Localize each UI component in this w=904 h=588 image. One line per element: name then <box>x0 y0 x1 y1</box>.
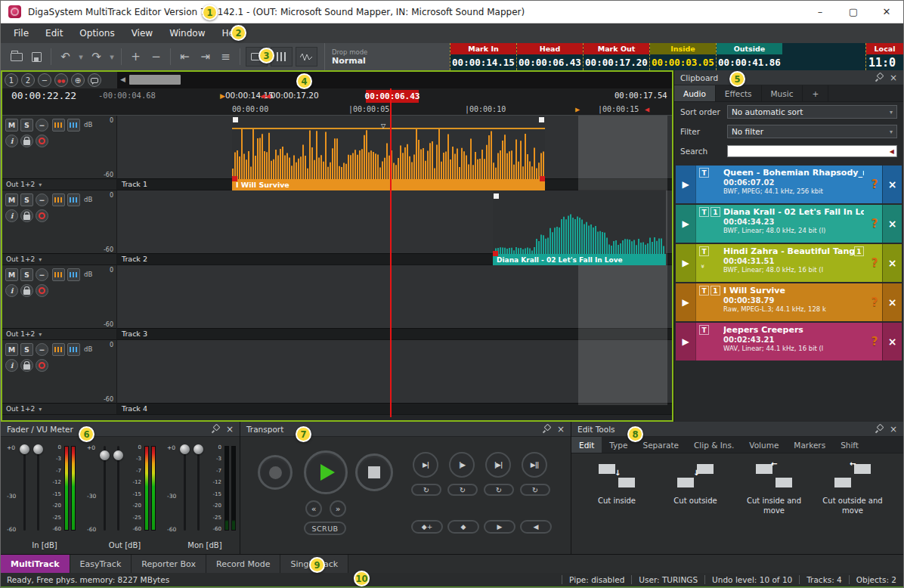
open-icon[interactable] <box>7 48 26 67</box>
cut-outside-button[interactable]: ↓ Cut outside <box>658 461 733 506</box>
tab-edit[interactable]: Edit <box>571 437 602 453</box>
tab-clip-ins[interactable]: Clip & Ins. <box>686 437 741 453</box>
tab-record-mode[interactable]: Record Mode <box>206 555 280 573</box>
selection-handle[interactable] <box>233 117 238 122</box>
menu-options[interactable]: Options <box>71 23 122 43</box>
cut-inside-button[interactable]: ↓ Cut inside <box>579 461 655 506</box>
tab-music[interactable]: Music <box>762 85 803 101</box>
record-arm-button[interactable] <box>36 359 48 372</box>
expand-chevron-icon[interactable]: » <box>699 265 707 268</box>
entry-close-button[interactable]: × <box>882 205 902 243</box>
scrollbar-thumb[interactable] <box>129 75 181 85</box>
entry-question-icon[interactable]: ? <box>867 283 882 321</box>
meter-orange-icon[interactable] <box>52 119 65 132</box>
clip-title-bar[interactable]: I Will Survive <box>232 179 545 190</box>
menu-edit[interactable]: Edit <box>37 23 71 43</box>
add-marker-button[interactable]: ◆+ <box>411 520 443 534</box>
ripple-icon[interactable]: ≡ <box>216 48 235 67</box>
clip-right-handle[interactable] <box>540 176 545 181</box>
timeline-scrollbar[interactable]: ◀ <box>117 72 672 88</box>
meter-blue-icon[interactable] <box>67 343 80 356</box>
forward-button[interactable]: » <box>330 500 346 517</box>
tab-markers[interactable]: Markers <box>786 437 833 453</box>
selection-handle[interactable] <box>494 193 499 199</box>
add-icon[interactable]: + <box>126 48 145 67</box>
clipboard-entry[interactable]: ▶ T 1 Diana Krall - 02 Let's Fall In Lo … <box>676 205 902 243</box>
entry-question-icon[interactable]: ? <box>867 166 882 203</box>
filter-select[interactable]: No filter▾ <box>727 125 897 138</box>
cut-inside-move-button[interactable]: ← Cut inside and move <box>736 461 812 515</box>
envelope-node-icon[interactable]: ▽ <box>381 122 385 129</box>
pin-icon[interactable] <box>211 425 219 433</box>
info-button[interactable]: i <box>5 284 18 297</box>
mute-button[interactable]: M <box>5 119 18 132</box>
rewind-button[interactable]: « <box>305 500 322 517</box>
scroll-left-icon[interactable]: ◀ <box>120 76 125 83</box>
entry-play-button[interactable]: ▶ <box>676 166 695 203</box>
mute-button[interactable]: M <box>5 343 18 356</box>
loop-button[interactable]: ↻ <box>484 484 514 496</box>
info-button[interactable]: i <box>5 359 18 372</box>
volume-envelope-line[interactable] <box>232 128 545 129</box>
record-button[interactable] <box>258 455 293 490</box>
solo-button[interactable]: S <box>20 343 33 356</box>
record-arm-button[interactable] <box>36 209 48 222</box>
output-select[interactable]: Out 1+2▾ <box>2 253 116 265</box>
mute-button[interactable]: M <box>5 268 18 281</box>
selection-handle[interactable] <box>539 117 544 122</box>
play-pause-button[interactable]: ▶|| <box>522 452 547 478</box>
fader-knob[interactable] <box>180 444 190 454</box>
snap-right-icon[interactable]: ⇥ <box>196 48 215 67</box>
entry-play-button[interactable]: ▶ <box>676 323 695 361</box>
clip-left-handle[interactable] <box>493 251 498 256</box>
info-button[interactable]: i <box>5 135 18 147</box>
close-icon[interactable]: × <box>890 73 897 82</box>
meter-blue-icon[interactable] <box>67 268 80 281</box>
tab-shift[interactable]: Shift <box>833 437 866 453</box>
menu-window[interactable]: Window <box>161 23 213 43</box>
meter-blue-icon[interactable] <box>67 119 80 132</box>
pin-icon[interactable] <box>542 425 550 433</box>
minimize-track-button[interactable]: − <box>36 119 48 132</box>
loop-button[interactable]: ↻ <box>411 484 441 496</box>
play-from-start-button[interactable]: |▶ <box>449 452 475 478</box>
drop-mode-control[interactable]: Drop mode Normal <box>324 43 371 70</box>
search-input[interactable] <box>728 146 890 156</box>
entry-close-button[interactable]: × <box>882 244 902 282</box>
time-field-mark-in[interactable]: Mark In 00:00:14.15 <box>450 43 516 70</box>
solo-button[interactable]: S <box>20 268 33 281</box>
close-icon[interactable]: × <box>557 425 565 434</box>
snap-left-icon[interactable]: ⇤ <box>175 48 194 67</box>
redo-dropdown-icon[interactable]: ▾ <box>107 48 116 67</box>
fader-knob[interactable] <box>20 444 29 454</box>
entry-close-button[interactable]: × <box>882 283 902 321</box>
minimize-track-button[interactable]: − <box>36 343 48 356</box>
entry-play-button[interactable]: ▶ <box>676 283 695 321</box>
time-field-inside[interactable]: Inside 00:00:03.05 <box>649 43 716 70</box>
clipboard-entry[interactable]: ▶ T 1 I Will Survive 00:00:38.79 Raw, MP… <box>676 283 902 321</box>
undo-dropdown-icon[interactable]: ▾ <box>76 48 85 67</box>
layout-2-button[interactable]: 2 <box>21 73 35 87</box>
fader-knob[interactable] <box>193 444 203 454</box>
entry-question-icon[interactable]: ? <box>867 244 882 282</box>
output-select[interactable]: Out 1+2▾ <box>2 178 116 190</box>
output-select[interactable]: Out 1+2▾ <box>2 403 116 414</box>
tab-add[interactable]: + <box>803 85 828 101</box>
entry-close-button[interactable]: × <box>882 166 902 203</box>
meter-orange-icon[interactable] <box>52 343 65 356</box>
entry-play-button[interactable]: ▶ <box>676 244 695 282</box>
minimize-button[interactable]: – <box>803 1 837 23</box>
tab-easytrack[interactable]: EasyTrack <box>70 555 132 573</box>
remove-marker-button[interactable]: ◆ <box>447 520 479 534</box>
scrub-button[interactable]: SCRUB <box>304 521 346 535</box>
audio-clip-2[interactable]: Diana Krall - 02 Let's Fall In Love <box>493 190 666 265</box>
info-button[interactable]: i <box>5 209 18 222</box>
fader-knob[interactable] <box>33 444 43 454</box>
entry-question-icon[interactable]: ? <box>867 205 882 243</box>
collapse-all-button[interactable]: − <box>38 73 51 87</box>
solo-button[interactable]: S <box>20 193 33 206</box>
stop-button[interactable] <box>355 453 393 491</box>
minimize-track-button[interactable]: − <box>36 193 48 206</box>
audio-clip-1[interactable]: ▽ I Will Survive <box>232 116 545 190</box>
time-field-local[interactable]: Local 11:0 <box>865 43 903 70</box>
